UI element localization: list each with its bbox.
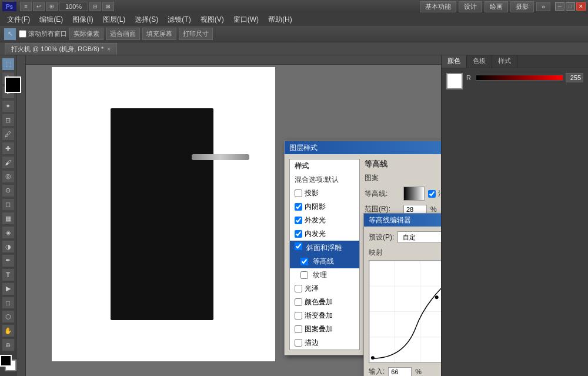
tool-path-select[interactable]: ▶	[2, 282, 15, 295]
maximize-button[interactable]: □	[566, 2, 575, 11]
map-label: 映射	[369, 248, 441, 258]
tool-history[interactable]: ⊙	[2, 184, 15, 197]
lighter-highlight	[192, 154, 249, 160]
fit-screen-btn[interactable]: 适合画面	[106, 28, 140, 40]
tool-wand[interactable]: ✦	[2, 100, 15, 113]
menu-layer[interactable]: 图层(L)	[98, 14, 131, 26]
fg-color-btn[interactable]	[5, 76, 21, 93]
layout-icon[interactable]: ⊞	[46, 2, 58, 11]
swatches-tab[interactable]: 色板	[467, 55, 492, 68]
svg-point-8	[371, 356, 375, 360]
outer-glow-checkbox[interactable]	[295, 217, 302, 224]
scroll-all-windows-checkbox[interactable]	[19, 30, 26, 38]
preset-select[interactable]: 自定	[397, 231, 441, 243]
contour-checkbox[interactable]	[300, 258, 308, 265]
style-item-shadow[interactable]: 投影	[290, 187, 359, 200]
style-item-outer-glow[interactable]: 外发光	[290, 214, 359, 227]
style-item-color-overlay[interactable]: 颜色叠加	[290, 295, 359, 309]
workspace-photo[interactable]: 摄影	[510, 1, 534, 12]
eliminate-label[interactable]: 消除锯齿(L)	[428, 189, 441, 199]
contour-thumbnail[interactable]	[403, 187, 425, 201]
tool-hand[interactable]: ✋	[2, 324, 15, 337]
tool-pen[interactable]: ✒	[2, 254, 15, 267]
actual-pixels-btn[interactable]: 实际像素	[69, 28, 103, 40]
tool-zoom[interactable]: ⊕	[2, 338, 15, 351]
workspace-basic[interactable]: 基本功能	[420, 1, 456, 12]
inner-glow-checkbox[interactable]	[295, 230, 302, 238]
style-list-header: 样式	[290, 159, 359, 173]
menu-filter[interactable]: 滤镜(T)	[163, 14, 195, 26]
bevel-checkbox[interactable]	[295, 242, 302, 250]
tab-close-icon[interactable]: ×	[107, 46, 111, 52]
style-item-blend[interactable]: 混合选项:默认	[290, 173, 359, 187]
fill-screen-btn[interactable]: 填充屏幕	[142, 28, 176, 40]
document-tab[interactable]: 打火机 @ 100% (机身, RGB/8) * ×	[5, 43, 117, 55]
close-button[interactable]: ✕	[576, 2, 586, 11]
menu-edit[interactable]: 编辑(E)	[35, 14, 68, 26]
contour-canvas[interactable]	[369, 260, 441, 363]
fg-color-swatch[interactable]	[0, 355, 12, 367]
inner-shadow-checkbox[interactable]	[295, 203, 302, 211]
tool-text[interactable]: T	[2, 268, 15, 281]
top-bar: Ps ≡ ↩ ⊞ 100% ⊟ ⊠ 基本功能 设计 绘画 摄影 » ─ □ ✕	[0, 0, 588, 13]
print-size-btn[interactable]: 打印尺寸	[179, 28, 213, 40]
style-item-inner-shadow[interactable]: 内阴影	[290, 200, 359, 214]
gradient-overlay-checkbox[interactable]	[295, 312, 302, 320]
ps-logo: Ps	[2, 2, 16, 11]
input-field[interactable]	[388, 367, 412, 377]
tool-blur[interactable]: ◈	[2, 226, 15, 239]
workspace-more[interactable]: »	[536, 2, 550, 11]
menu-image[interactable]: 图像(I)	[68, 14, 98, 26]
tool-eraser[interactable]: ◻	[2, 198, 15, 211]
bg-color-btn[interactable]	[446, 73, 463, 89]
styles-tab[interactable]: 样式	[492, 55, 517, 68]
menu-icon[interactable]: ≡	[20, 2, 32, 11]
tool-brush[interactable]: 🖌	[2, 156, 15, 169]
style-item-gradient-overlay[interactable]: 渐变叠加	[290, 309, 359, 322]
view-icon[interactable]: ⊟	[89, 2, 101, 11]
color-tab[interactable]: 颜色	[442, 55, 467, 68]
tool-3d[interactable]: ⬡	[2, 310, 15, 323]
style-list: 样式 混合选项:默认 投影 内阴影 外发光	[289, 159, 360, 350]
tool-heal[interactable]: ✚	[2, 142, 15, 155]
pattern-overlay-checkbox[interactable]	[295, 325, 302, 333]
r-label: R	[466, 74, 473, 81]
arrange-icon[interactable]: ⊠	[102, 2, 114, 11]
stroke-checkbox[interactable]	[295, 339, 302, 347]
tool-clone[interactable]: ◎	[2, 170, 15, 183]
menu-help[interactable]: 帮助(H)	[263, 14, 297, 26]
r-slider[interactable]	[476, 75, 563, 81]
style-item-inner-glow[interactable]: 内发光	[290, 227, 359, 241]
eliminate-checkbox[interactable]	[428, 190, 436, 198]
menu-window[interactable]: 窗口(W)	[229, 14, 263, 26]
tool-crop[interactable]: ⊡	[2, 114, 15, 127]
style-item-texture[interactable]: 纹理	[290, 268, 359, 282]
contour-label: 等高线:	[365, 189, 400, 199]
style-item-pattern-overlay[interactable]: 图案叠加	[290, 322, 359, 336]
workspace-design[interactable]: 设计	[459, 1, 482, 12]
scroll-all-windows-label[interactable]: 滚动所有窗口	[19, 29, 67, 38]
fg-bg-swatches[interactable]	[0, 355, 16, 371]
style-item-contour[interactable]: 等高线	[290, 255, 359, 268]
shadow-checkbox[interactable]	[295, 189, 302, 197]
tool-eyedropper[interactable]: 🖊	[2, 128, 15, 141]
texture-checkbox[interactable]	[300, 271, 308, 279]
style-item-satin[interactable]: 光泽	[290, 282, 359, 295]
tool-select-rect[interactable]: ⬚	[2, 58, 15, 71]
tool-shape[interactable]: □	[2, 297, 15, 310]
tool-dodge[interactable]: ◑	[2, 240, 15, 253]
workspace-paint[interactable]: 绘画	[485, 1, 508, 12]
style-item-stroke[interactable]: 描边	[290, 336, 359, 350]
minimize-button[interactable]: ─	[555, 2, 564, 11]
menu-file[interactable]: 文件(F)	[2, 14, 35, 26]
menu-view[interactable]: 视图(V)	[196, 14, 229, 26]
tool-move[interactable]: ↖	[4, 28, 16, 41]
history-icon[interactable]: ↩	[33, 2, 45, 11]
tool-gradient[interactable]: ▦	[2, 212, 15, 225]
fg-bg-selector	[446, 73, 463, 89]
color-overlay-checkbox[interactable]	[295, 298, 302, 306]
style-item-bevel[interactable]: 斜面和浮雕	[290, 241, 359, 255]
r-value[interactable]	[566, 73, 583, 82]
menu-select[interactable]: 选择(S)	[130, 14, 163, 26]
satin-checkbox[interactable]	[295, 285, 302, 292]
